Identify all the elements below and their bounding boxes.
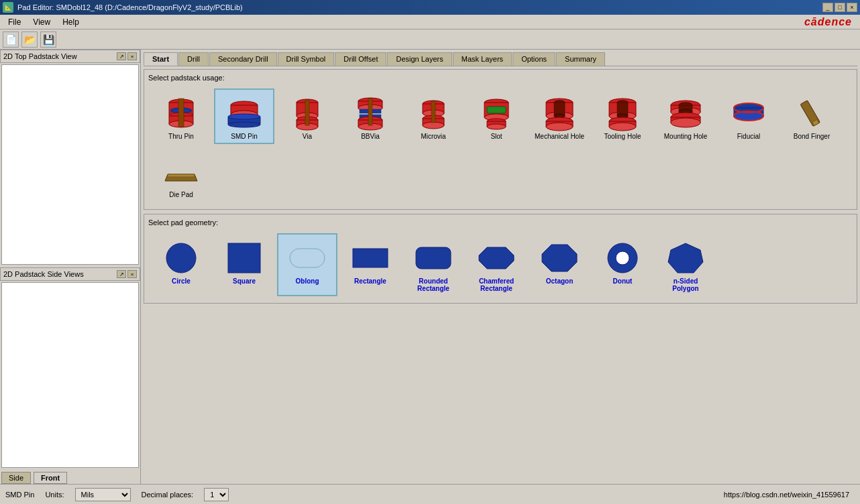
titlebar: 📐 Pad Editor: SMDobl12_48 (D:/Cadence/Dr… — [0, 0, 860, 15]
statusbar-left: SMD Pin Units: Mils Millimeters Microns … — [5, 488, 229, 501]
geometry-oblong[interactable]: Oblong — [277, 233, 337, 296]
status-url: https://blog.csdn.net/weixin_41559617 — [724, 491, 855, 499]
oblong-icon — [284, 237, 331, 277]
rounded-rectangle-label: Rounded Rectangle — [407, 277, 460, 292]
tab-drill-offset[interactable]: Drill Offset — [335, 52, 386, 66]
donut-icon — [599, 237, 646, 277]
decimal-label: Decimal places: — [142, 491, 194, 499]
mechanical-hole-icon — [536, 92, 583, 133]
smd-pin-label: SMD Pin — [231, 133, 257, 140]
microvia-label: Microvia — [421, 133, 445, 140]
top-padstack-header: 2D Top Padstack View ↗ × — [0, 50, 140, 63]
padstack-smd-pin[interactable]: SMD Pin — [214, 88, 274, 144]
units-label: Units: — [45, 491, 64, 499]
geometry-rounded-rectangle[interactable]: Rounded Rectangle — [403, 233, 464, 296]
tooling-hole-icon — [599, 92, 646, 133]
svg-marker-89 — [668, 243, 703, 273]
padstack-microvia[interactable]: Microvia — [403, 88, 464, 144]
svg-point-80 — [166, 243, 196, 273]
side-tab[interactable]: Side — [1, 472, 31, 484]
square-label: Square — [233, 277, 256, 285]
top-panel-close[interactable]: × — [127, 52, 137, 60]
new-button[interactable]: 📄 — [3, 32, 19, 48]
top-panel-controls: ↗ × — [117, 52, 137, 60]
padstack-mounting-hole[interactable]: Mounting Hole — [655, 88, 716, 144]
top-padstack-view — [1, 64, 139, 265]
oblong-label: Oblong — [296, 277, 319, 285]
tab-start[interactable]: Start — [144, 52, 178, 66]
tab-summary[interactable]: Summary — [556, 52, 605, 66]
fiducial-icon — [725, 92, 772, 133]
save-button[interactable]: 💾 — [40, 32, 56, 48]
svg-marker-86 — [542, 245, 577, 271]
thru-pin-icon — [158, 92, 205, 133]
padstack-bond-finger[interactable]: Bond Finger — [782, 88, 842, 144]
side-padstack-view — [1, 282, 139, 468]
side-panel-restore[interactable]: ↗ — [117, 270, 126, 278]
padstack-via[interactable]: Via — [277, 88, 337, 144]
menu-help[interactable]: Help — [57, 16, 85, 28]
geometry-n-sided-polygon[interactable]: n-Sided Polygon — [655, 233, 716, 296]
padstack-slot[interactable]: Slot — [466, 88, 527, 144]
titlebar-left: 📐 Pad Editor: SMDobl12_48 (D:/Cadence/Dr… — [3, 2, 243, 13]
geometry-circle[interactable]: Circle — [151, 233, 211, 296]
padstack-section: Select padstack usage: — [144, 69, 857, 210]
geometry-octagon[interactable]: Octagon — [529, 233, 590, 296]
circle-label: Circle — [172, 277, 191, 285]
menu-file[interactable]: File — [3, 16, 26, 28]
side-padstack-header: 2D Padstack Side Views ↗ × — [0, 267, 140, 281]
microvia-icon — [410, 92, 457, 133]
bbvia-label: BBVia — [361, 133, 380, 140]
front-tab[interactable]: Front — [34, 472, 67, 484]
svg-rect-20 — [305, 100, 309, 125]
mechanical-hole-label: Mechanical Hole — [535, 133, 584, 140]
padstack-die-pad[interactable]: Die Pad — [151, 147, 211, 202]
geometry-donut[interactable]: Donut — [592, 233, 653, 296]
minimize-button[interactable]: _ — [822, 3, 833, 12]
svg-point-70 — [671, 118, 700, 127]
tab-drill-symbol[interactable]: Drill Symbol — [278, 52, 335, 66]
padstack-bbvia[interactable]: BBVia — [340, 88, 400, 144]
bottom-tabs: Side Front — [0, 469, 140, 484]
decimal-select[interactable]: 1 2 3 4 — [204, 488, 229, 501]
rounded-rectangle-icon — [410, 237, 457, 277]
tab-drill[interactable]: Drill — [178, 52, 209, 66]
padstack-label: Select padstack usage: — [148, 74, 853, 82]
tab-secondary-drill[interactable]: Secondary Drill — [209, 52, 277, 66]
tab-mask-layers[interactable]: Mask Layers — [453, 52, 512, 66]
side-padstack-title: 2D Padstack Side Views — [3, 270, 84, 278]
padstack-thru-pin[interactable]: Thru Pin — [151, 88, 211, 144]
square-icon — [221, 237, 268, 277]
tooling-hole-label: Tooling Hole — [604, 133, 641, 140]
svg-rect-81 — [228, 243, 260, 273]
top-panel-restore[interactable]: ↗ — [117, 52, 126, 60]
padstack-tooling-hole[interactable]: Tooling Hole — [592, 88, 653, 144]
side-panel-close[interactable]: × — [127, 270, 137, 278]
svg-marker-85 — [479, 247, 514, 269]
geometry-square[interactable]: Square — [214, 233, 274, 296]
padstack-mechanical-hole[interactable]: Mechanical Hole — [529, 88, 590, 144]
units-select[interactable]: Mils Millimeters Microns — [75, 488, 131, 501]
menubar: File View Help cādence — [0, 15, 860, 29]
svg-rect-36 — [431, 101, 435, 123]
app-icon: 📐 — [3, 2, 13, 13]
tab-design-layers[interactable]: Design Layers — [387, 52, 451, 66]
svg-point-88 — [616, 251, 629, 265]
smd-pin-icon — [221, 92, 268, 133]
n-sided-polygon-label: n-Sided Polygon — [659, 277, 712, 292]
cadence-logo: cādence — [804, 16, 857, 28]
maximize-button[interactable]: □ — [835, 3, 845, 12]
tab-bar: Start Drill Secondary Drill Drill Symbol… — [144, 52, 857, 66]
tab-options[interactable]: Options — [513, 52, 555, 66]
padstack-fiducial[interactable]: Fiducial — [718, 88, 779, 144]
svg-point-43 — [487, 124, 506, 129]
geometry-chamfered-rectangle[interactable]: Chamfered Rectangle — [466, 233, 527, 296]
svg-point-52 — [546, 123, 573, 131]
close-button[interactable]: × — [847, 3, 857, 12]
menu-view[interactable]: View — [28, 16, 56, 28]
pad-type-label: SMD Pin — [5, 491, 34, 499]
svg-rect-29 — [368, 99, 372, 125]
geometry-rectangle[interactable]: Rectangle — [340, 233, 400, 296]
svg-rect-7 — [178, 99, 184, 127]
open-button[interactable]: 📂 — [21, 32, 38, 48]
